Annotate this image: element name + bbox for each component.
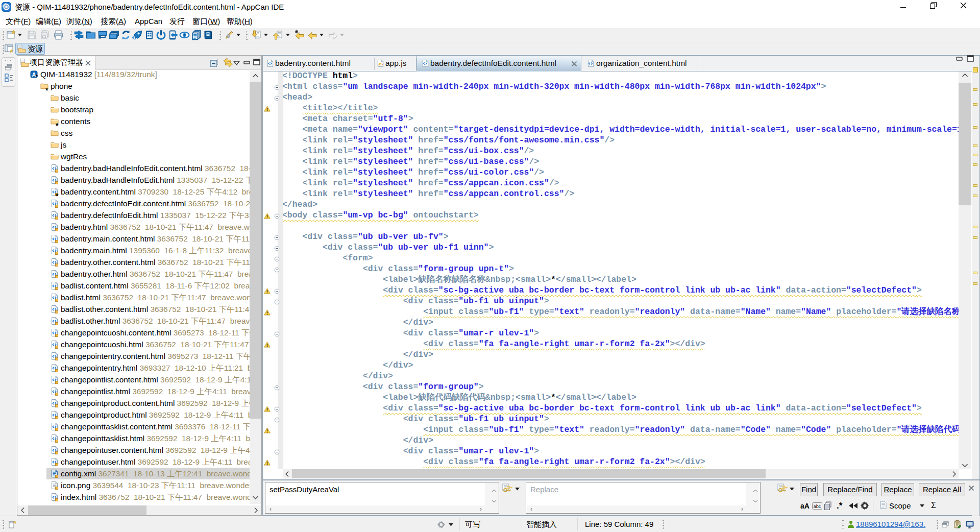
svg-text:abc: abc — [814, 504, 821, 509]
